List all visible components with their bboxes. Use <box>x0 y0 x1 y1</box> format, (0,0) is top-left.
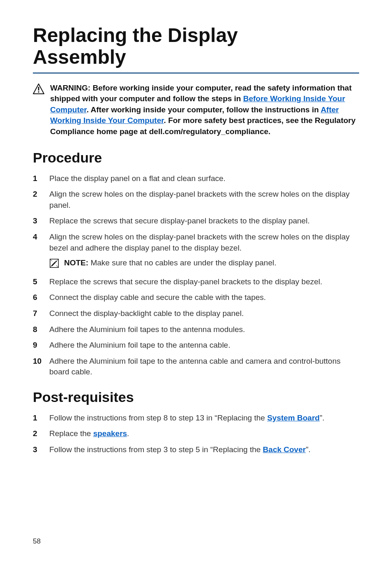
post-requisites-heading: Post-requisites <box>33 389 359 405</box>
warning-part2: . After working inside your computer, fo… <box>87 105 321 114</box>
note-label: NOTE: <box>64 258 90 267</box>
procedure-step: Replace the screws that secure display-p… <box>33 216 359 227</box>
warning-lead: WARNING: <box>50 84 92 92</box>
title-line-1: Replacing the Display <box>33 24 238 46</box>
procedure-step: Adhere the Aluminium foil tape to the an… <box>33 340 359 351</box>
speakers-link[interactable]: speakers <box>93 429 127 438</box>
step-text: Adhere the Aluminium foil tape to the an… <box>49 357 341 376</box>
step-text: Replace the screws that secure display-p… <box>49 216 310 225</box>
page-container: Replacing the Display Assembly WARNING: … <box>0 0 392 562</box>
post-text: Follow the instructions from step 8 to s… <box>49 413 267 422</box>
procedure-step: Replace the screws that secure the displ… <box>33 276 359 288</box>
procedure-step: Adhere the Aluminium foil tape to the an… <box>33 356 359 378</box>
title-line-2: Assembly <box>33 46 126 68</box>
title-underline <box>33 72 359 74</box>
post-text-tail: ”. <box>306 445 311 454</box>
post-step: Replace the speakers. <box>33 428 359 439</box>
procedure-step: Align the screw holes on the display-pan… <box>33 232 359 272</box>
pencil-note-icon <box>49 258 59 272</box>
step-text: Connect the display-backlight cable to t… <box>49 309 244 318</box>
post-text-tail: . <box>127 429 129 438</box>
procedure-step: Align the screw holes on the display-pan… <box>33 189 359 211</box>
back-cover-link[interactable]: Back Cover <box>263 445 306 454</box>
procedure-step: Connect the display cable and secure the… <box>33 292 359 303</box>
post-step: Follow the instructions from step 3 to s… <box>33 444 359 455</box>
step-text: Connect the display cable and secure the… <box>49 293 266 302</box>
step-text: Align the screw holes on the display-pan… <box>49 190 350 209</box>
note-content: NOTE: Make sure that no cables are under… <box>64 258 276 269</box>
step-text: Adhere the Aluminium foil tape to the an… <box>49 341 230 349</box>
note-block: NOTE: Make sure that no cables are under… <box>49 258 359 272</box>
warning-block: WARNING: Before working inside your comp… <box>33 83 359 137</box>
procedure-heading: Procedure <box>33 150 359 166</box>
post-requisites-list: Follow the instructions from step 8 to s… <box>33 413 359 455</box>
note-text: Make sure that no cables are under the d… <box>90 258 276 267</box>
svg-rect-2 <box>38 91 39 93</box>
step-text: Place the display panel on a flat and cl… <box>49 174 226 183</box>
step-text: Replace the screws that secure the displ… <box>49 277 322 286</box>
post-text: Follow the instructions from step 3 to s… <box>49 445 263 454</box>
svg-rect-1 <box>38 87 39 91</box>
page-title: Replacing the Display Assembly <box>33 25 359 68</box>
system-board-link[interactable]: System Board <box>267 413 320 422</box>
post-step: Follow the instructions from step 8 to s… <box>33 413 359 424</box>
procedure-list: Place the display panel on a flat and cl… <box>33 173 359 378</box>
procedure-step: Connect the display-backlight cable to t… <box>33 308 359 319</box>
warning-triangle-icon <box>33 84 44 98</box>
page-number: 58 <box>33 537 41 546</box>
post-text: Replace the <box>49 429 93 438</box>
warning-text: WARNING: Before working inside your comp… <box>50 83 359 137</box>
step-text: Adhere the Aluminium foil tapes to the a… <box>49 325 245 334</box>
post-text-tail: ”. <box>320 413 325 422</box>
procedure-step: Adhere the Aluminium foil tapes to the a… <box>33 324 359 335</box>
step-text: Align the screw holes on the display-pan… <box>49 232 350 252</box>
procedure-step: Place the display panel on a flat and cl… <box>33 173 359 184</box>
